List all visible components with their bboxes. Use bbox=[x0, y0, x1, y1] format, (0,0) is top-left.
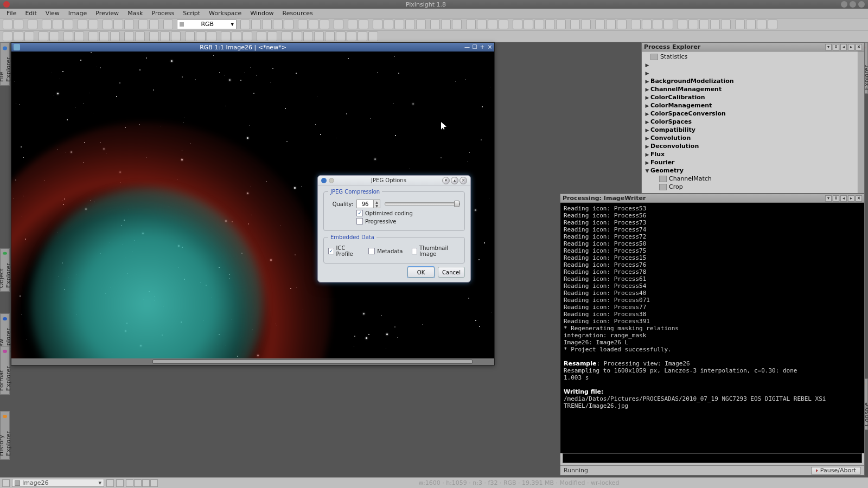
toolbar-button[interactable] bbox=[240, 20, 250, 29]
sb-btn-2[interactable] bbox=[116, 479, 124, 487]
toolbar-button[interactable] bbox=[384, 20, 393, 29]
image-h-scrollbar[interactable] bbox=[11, 358, 494, 365]
tree-category[interactable]: ▶ bbox=[644, 61, 856, 69]
toolbar-button[interactable] bbox=[348, 20, 358, 29]
tree-category[interactable]: ▶BackgroundModelization bbox=[644, 77, 856, 85]
toolbar-button[interactable] bbox=[257, 31, 266, 41]
process-explorer-scrollbar[interactable] bbox=[858, 52, 864, 193]
tree-category[interactable]: ▶ChannelManagement bbox=[644, 85, 856, 93]
menu-script[interactable]: Script bbox=[178, 10, 205, 17]
maximize-button[interactable] bbox=[850, 1, 856, 8]
sb-ch-r[interactable] bbox=[126, 479, 133, 487]
menu-mask[interactable]: Mask bbox=[123, 10, 147, 17]
toolbar-button[interactable] bbox=[545, 20, 555, 29]
toolbar-button[interactable] bbox=[416, 20, 426, 29]
toolbar-button[interactable] bbox=[581, 20, 591, 29]
toolbar-button[interactable] bbox=[251, 20, 261, 29]
toolbar-button[interactable] bbox=[124, 20, 134, 29]
toolbar-button[interactable] bbox=[14, 20, 23, 29]
toolbar-button[interactable] bbox=[284, 20, 293, 29]
toolbar-button[interactable] bbox=[768, 20, 777, 29]
toolbar-button[interactable] bbox=[595, 20, 605, 29]
toolbar-button[interactable] bbox=[207, 31, 216, 41]
panel-close-icon[interactable]: × bbox=[856, 44, 862, 50]
toolbar-button[interactable] bbox=[53, 20, 62, 29]
sb-ch-a[interactable] bbox=[150, 479, 158, 487]
toolbar-button[interactable] bbox=[430, 20, 440, 29]
menu-workspace[interactable]: Workspace bbox=[205, 10, 246, 17]
toolbar-button[interactable] bbox=[171, 31, 181, 41]
toolbar-button[interactable] bbox=[653, 20, 662, 29]
toolbar-button[interactable] bbox=[556, 20, 566, 29]
toolbar-button[interactable] bbox=[282, 31, 291, 41]
process-explorer-titlebar[interactable]: Process Explorer ▾ ⇕ ◂ ▸ × bbox=[642, 43, 864, 52]
toolbar-button[interactable] bbox=[347, 31, 356, 41]
toolbar-button[interactable] bbox=[309, 20, 318, 29]
toolbar-button[interactable] bbox=[124, 31, 134, 41]
toolbar-button[interactable] bbox=[88, 20, 98, 29]
toolbar-button[interactable] bbox=[570, 20, 580, 29]
toolbar-button[interactable] bbox=[688, 20, 698, 29]
toolbar-button[interactable] bbox=[466, 20, 476, 29]
toolbar-button[interactable] bbox=[452, 20, 462, 29]
toolbar-button[interactable] bbox=[113, 20, 123, 29]
toolbar-button[interactable] bbox=[735, 20, 745, 29]
toolbar-button[interactable] bbox=[298, 20, 308, 29]
toolbar-button[interactable] bbox=[617, 20, 627, 29]
toolbar-button[interactable] bbox=[49, 31, 59, 41]
toolbar-button[interactable] bbox=[325, 31, 335, 41]
icc-checkbox[interactable]: ✓ bbox=[328, 248, 334, 254]
menu-view[interactable]: View bbox=[41, 10, 64, 17]
minimize-button[interactable] bbox=[841, 1, 847, 8]
cancel-button[interactable]: Cancel bbox=[438, 267, 465, 278]
side-tab-history-explorer[interactable]: History Explorer bbox=[0, 411, 10, 460]
toolbar-button[interactable] bbox=[3, 31, 12, 41]
panel-collapse-right-icon[interactable]: ▸ bbox=[848, 195, 854, 202]
toolbar-button[interactable] bbox=[39, 31, 48, 41]
toolbar-button[interactable] bbox=[534, 20, 544, 29]
toolbar-button[interactable] bbox=[149, 31, 159, 41]
toolbar-button[interactable] bbox=[320, 20, 329, 29]
menu-resources[interactable]: Resources bbox=[278, 10, 317, 17]
tree-category[interactable]: ▶Convolution bbox=[644, 134, 856, 142]
side-tab-object-explorer[interactable]: Object Explorer bbox=[0, 248, 10, 292]
menu-preview[interactable]: Preview bbox=[91, 10, 123, 17]
toolbar-button[interactable] bbox=[221, 31, 231, 41]
toolbar-button[interactable] bbox=[63, 31, 73, 41]
toolbar-button[interactable] bbox=[488, 20, 497, 29]
tree-item[interactable]: Crop bbox=[644, 183, 856, 191]
tree-item[interactable]: ChannelMatch bbox=[644, 175, 856, 183]
toolbar-button[interactable] bbox=[477, 20, 487, 29]
toolbar-button[interactable] bbox=[14, 31, 23, 41]
sb-prev-button[interactable] bbox=[2, 479, 10, 487]
channel-combo[interactable]: RGB▾ bbox=[177, 20, 237, 29]
toolbar-button[interactable] bbox=[63, 20, 73, 29]
tree-category[interactable]: ▼Geometry bbox=[644, 166, 856, 175]
panel-expand-icon[interactable]: ⇕ bbox=[833, 44, 839, 50]
sb-image-combo[interactable]: Image26 ▾ bbox=[12, 479, 104, 487]
window-maximize-icon[interactable]: + bbox=[479, 44, 486, 50]
progressive-checkbox[interactable] bbox=[356, 218, 363, 224]
panel-collapse-left-icon[interactable]: ◂ bbox=[840, 195, 847, 202]
toolbar-button[interactable] bbox=[103, 20, 112, 29]
toolbar-button[interactable] bbox=[642, 20, 652, 29]
toolbar-button[interactable] bbox=[334, 20, 343, 29]
window-restore-icon[interactable]: ☐ bbox=[471, 44, 478, 50]
tree-item-pinned[interactable]: Statistics bbox=[644, 53, 856, 61]
toolbar-button[interactable] bbox=[232, 31, 241, 41]
quality-input[interactable] bbox=[356, 200, 374, 208]
toolbar-button[interactable] bbox=[359, 20, 368, 29]
toolbar-button[interactable] bbox=[314, 31, 324, 41]
panel-expand-icon[interactable]: ⇕ bbox=[833, 195, 839, 202]
menu-file[interactable]: File bbox=[2, 10, 21, 17]
console-input[interactable] bbox=[563, 453, 862, 463]
toolbar-button[interactable] bbox=[196, 31, 206, 41]
menu-window[interactable]: Window bbox=[246, 10, 278, 17]
tree-category[interactable]: ▶ColorManagement bbox=[644, 101, 856, 110]
toolbar-button[interactable] bbox=[663, 20, 673, 29]
panel-menu-icon[interactable]: ▾ bbox=[825, 44, 832, 50]
toolbar-button[interactable] bbox=[499, 20, 508, 29]
toolbar-button[interactable] bbox=[88, 31, 98, 41]
dialog-minimize-button[interactable]: ▾ bbox=[442, 177, 450, 184]
sb-ch-b[interactable] bbox=[142, 479, 150, 487]
